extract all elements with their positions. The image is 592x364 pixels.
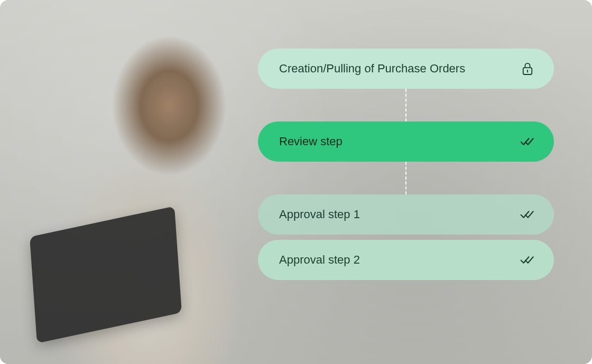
hero-card: Creation/Pulling of Purchase Orders Revi… bbox=[0, 0, 592, 364]
workflow-step-label: Approval step 2 bbox=[279, 253, 360, 267]
double-check-icon bbox=[520, 253, 535, 267]
lock-icon bbox=[520, 61, 535, 76]
workflow-step-review[interactable]: Review step bbox=[258, 122, 554, 162]
workflow-step-label: Review step bbox=[279, 135, 343, 148]
workflow-connector bbox=[405, 89, 406, 122]
person-with-tablet-photo bbox=[0, 32, 275, 364]
workflow-connector bbox=[405, 162, 406, 194]
workflow-step-creation[interactable]: Creation/Pulling of Purchase Orders bbox=[258, 49, 554, 89]
workflow-step-label: Approval step 1 bbox=[279, 208, 360, 221]
workflow-step-approval-2[interactable]: Approval step 2 bbox=[258, 240, 554, 280]
workflow-step-label: Creation/Pulling of Purchase Orders bbox=[279, 62, 465, 76]
double-check-icon bbox=[520, 207, 535, 222]
double-check-icon bbox=[520, 134, 535, 149]
workflow-steps-panel: Creation/Pulling of Purchase Orders Revi… bbox=[258, 49, 554, 280]
tablet-device bbox=[30, 206, 182, 343]
workflow-step-approval-1[interactable]: Approval step 1 bbox=[258, 194, 554, 235]
